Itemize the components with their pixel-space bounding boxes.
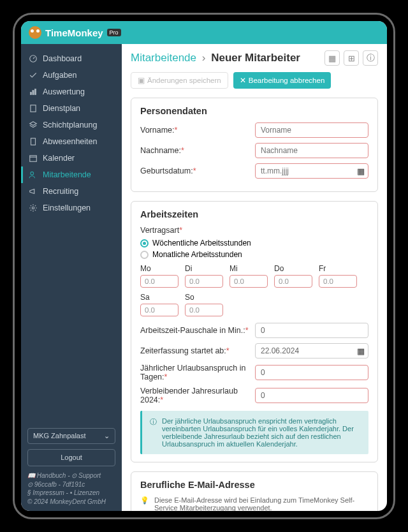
panel-title: Personendaten [140, 106, 368, 116]
door-icon [29, 137, 38, 146]
radio-weekly[interactable]: Wöchentliche Arbeitsstunden [140, 239, 368, 248]
remaining-label: Verbleibender Jahresurlaub 2024:* [140, 387, 255, 404]
svg-point-8 [32, 207, 34, 209]
sidebar-item-label: Schichtplanung [43, 121, 97, 129]
breadcrumb-parent[interactable]: Mitarbeitende [131, 52, 196, 64]
day-mi-input[interactable] [229, 275, 268, 288]
chevron-down-icon: ⌄ [104, 431, 110, 441]
help-icon-button[interactable]: ⓘ [363, 50, 378, 66]
layout-icon-button[interactable]: ▦ [324, 50, 340, 66]
sidebar-item-label: Mitarbeitende [43, 170, 91, 179]
day-mo-input[interactable] [140, 275, 178, 288]
day-sa-label: Sa [140, 293, 178, 302]
org-name: MKG Zahnpalast [33, 431, 86, 441]
info-box: ⓘ Der jährliche Urlaubsanspruch ensprich… [140, 411, 368, 454]
sidebar-item-label: Dashboard [43, 54, 82, 63]
lastname-label: Nachname:* [140, 146, 255, 155]
day-fr-label: Fr [319, 264, 357, 273]
radio-icon [140, 239, 149, 248]
org-selector[interactable]: MKG Zahnpalast ⌄ [27, 428, 115, 444]
contract-type-label: Vertragsart* [140, 226, 368, 235]
panel-personal-data: Personendaten Vorname:* Nachname:* Gebur… [131, 98, 378, 192]
vacation-input[interactable] [255, 365, 368, 380]
chevron-right-icon: › [202, 52, 206, 64]
day-sa-input[interactable] [140, 304, 178, 316]
day-fr-input[interactable] [319, 275, 357, 288]
day-do-input[interactable] [274, 275, 312, 288]
lastname-input[interactable] [255, 143, 368, 158]
sidebar-item-label: Auswertung [43, 87, 85, 96]
sidebar-item-label: Einstellungen [43, 203, 91, 212]
bulb-icon: 💡 [140, 496, 149, 511]
svg-rect-1 [30, 92, 31, 95]
panel-worktime: Arbeitszeiten Vertragsart* Wöchentliche … [131, 201, 378, 462]
sidebar-footer: 📖 Handbuch - ⊙ Support ⊙ 96ccafb - 7df19… [27, 471, 115, 506]
sidebar-item-label: Dienstplan [43, 104, 80, 113]
firstname-input[interactable] [255, 122, 368, 138]
start-label: Zeiterfassung startet ab:* [140, 346, 255, 355]
sidebar-item-absences[interactable]: Abwesenheiten [21, 133, 122, 150]
logout-button[interactable]: Logout [27, 449, 115, 466]
svg-point-7 [31, 172, 34, 175]
panel-email: Berufliche E-Mail-Adresse 💡 Diese E-Mail… [131, 471, 378, 511]
sidebar-item-employees[interactable]: Mitarbeitende [21, 166, 122, 183]
gauge-icon [29, 54, 38, 63]
info-icon: ⓘ [150, 417, 157, 448]
day-di-input[interactable] [185, 275, 223, 288]
svg-rect-6 [30, 156, 37, 161]
sidebar-item-calendar[interactable]: Kalender [21, 150, 122, 166]
sidebar-item-label: Kalender [43, 154, 75, 163]
day-mo-label: Mo [140, 264, 178, 273]
sidebar-item-tasks[interactable]: Aufgaben [21, 67, 122, 84]
svg-rect-5 [31, 138, 36, 145]
remaining-input[interactable] [255, 388, 368, 403]
megaphone-icon [29, 187, 38, 196]
top-bar: TimeMonkey Pro [21, 21, 387, 44]
sidebar-item-recruiting[interactable]: Recruiting [21, 183, 122, 200]
print-icon-button[interactable]: ⊞ [344, 50, 359, 66]
dob-label: Geburtsdatum:* [140, 166, 255, 175]
sidebar-item-reports[interactable]: Auswertung [21, 84, 122, 100]
pause-input[interactable] [255, 323, 368, 338]
cancel-icon: ✕ [240, 76, 246, 85]
sidebar-item-settings[interactable]: Einstellungen [21, 200, 122, 216]
sidebar: Dashboard Aufgaben Auswertung Dienstplan [21, 44, 122, 511]
day-mi-label: Mi [229, 264, 268, 273]
dob-input[interactable] [255, 163, 368, 179]
start-input[interactable] [255, 343, 368, 358]
email-hint: Diese E-Mail-Adresse wird bei Einladung … [154, 496, 368, 511]
panel-title: Arbeitszeiten [140, 209, 368, 219]
day-do-label: Do [274, 264, 312, 273]
breadcrumb-current: Neuer Mitarbeiter [211, 52, 300, 64]
cancel-button[interactable]: ✕ Bearbeitung abbrechen [233, 72, 332, 89]
radio-monthly[interactable]: Monatliche Arbeitsstunden [140, 250, 368, 259]
breadcrumb: Mitarbeitende › Neuer Mitarbeiter [131, 52, 300, 64]
users-icon [29, 170, 38, 179]
sidebar-item-shifts[interactable]: Schichtplanung [21, 117, 122, 133]
sidebar-item-label: Recruiting [43, 187, 78, 196]
panel-title: Berufliche E-Mail-Adresse [140, 480, 368, 490]
gear-icon [29, 203, 38, 212]
layers-icon [29, 121, 38, 129]
firstname-label: Vorname:* [140, 126, 255, 135]
pro-badge: Pro [107, 29, 121, 36]
day-di-label: Di [185, 264, 223, 273]
svg-rect-3 [34, 89, 36, 94]
sidebar-item-label: Aufgaben [43, 71, 77, 80]
sidebar-item-label: Abwesenheiten [43, 137, 97, 146]
clipboard-icon [29, 104, 38, 113]
vacation-label: Jährlicher Urlaubsanspruch in Tagen:* [140, 364, 255, 381]
svg-rect-4 [31, 105, 36, 112]
calendar-icon [29, 154, 38, 163]
day-so-input[interactable] [185, 304, 223, 316]
save-icon: ▣ [138, 76, 145, 85]
monkey-logo-icon [29, 26, 41, 39]
brand-name: TimeMonkey [45, 27, 103, 38]
main-content: Mitarbeitende › Neuer Mitarbeiter ▦ ⊞ ⓘ … [122, 44, 387, 511]
chart-icon [29, 87, 38, 96]
save-button[interactable]: ▣ Änderungen speichern [131, 72, 228, 89]
sidebar-item-schedule[interactable]: Dienstplan [21, 100, 122, 117]
radio-icon [140, 251, 149, 259]
svg-rect-2 [33, 91, 34, 95]
sidebar-item-dashboard[interactable]: Dashboard [21, 50, 122, 67]
